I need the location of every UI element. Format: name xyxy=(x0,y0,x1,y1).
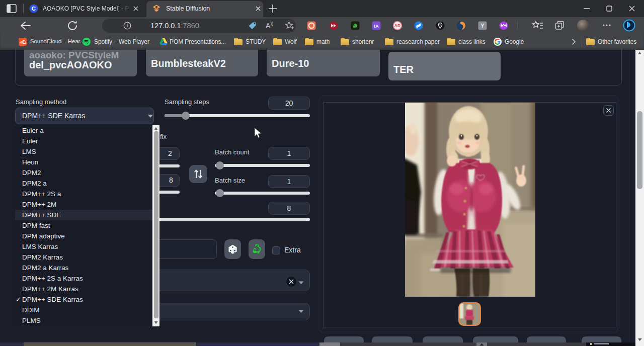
svg-text:IA: IA xyxy=(374,23,379,29)
svg-text:C: C xyxy=(32,6,36,12)
svg-text:AD: AD xyxy=(394,23,400,28)
svg-text:Y: Y xyxy=(481,23,485,29)
